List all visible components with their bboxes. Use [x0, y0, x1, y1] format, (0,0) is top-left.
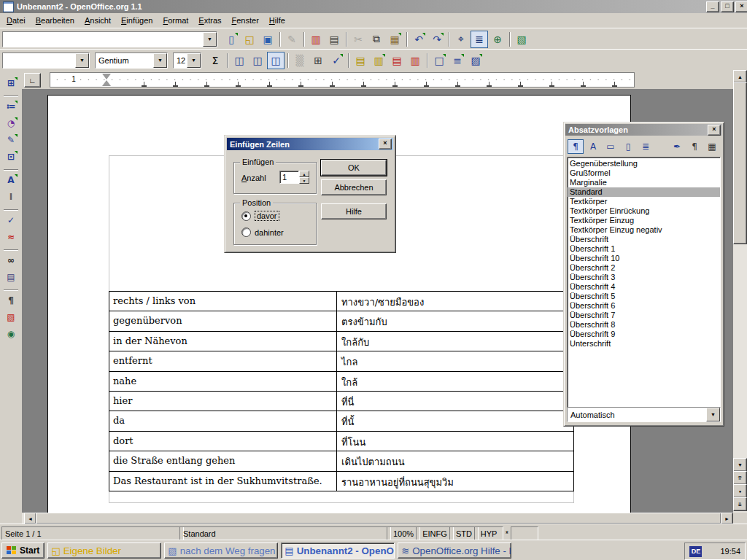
stylist-title-bar[interactable]: Absatzvorlagen ×: [565, 124, 722, 136]
table-cell-thai[interactable]: ที่นั้: [337, 411, 573, 430]
menu-item[interactable]: Fenster: [227, 14, 264, 27]
minimize-button[interactable]: _: [706, 1, 719, 12]
ruler-tab-stop[interactable]: [392, 82, 398, 87]
ruler-tab-stop[interactable]: [173, 82, 178, 87]
paste-button[interactable]: ▦: [386, 31, 403, 48]
davor-radio[interactable]: [241, 211, 251, 221]
ok-button[interactable]: OK: [321, 160, 387, 176]
first-line-indent-marker[interactable]: [102, 74, 111, 79]
table-cell-thai[interactable]: รานอาหานอยู่ที่ถนนสุขุมวิม: [337, 472, 573, 491]
insert-rows-dialog[interactable]: Einfügen Zeilen × Einfügen Anzahl 1 ▲ ▼ …: [224, 135, 396, 253]
save-button[interactable]: ▣: [259, 31, 276, 48]
previous-page-button[interactable]: ⇈: [733, 471, 747, 485]
help-button[interactable]: Hilfe: [321, 203, 387, 219]
table-cell-german[interactable]: da: [109, 411, 337, 430]
style-list-item[interactable]: Textkörper Einzug negativ: [568, 225, 720, 235]
border-color-button[interactable]: ▨: [467, 52, 484, 69]
spin-up-button[interactable]: ▲: [299, 171, 309, 177]
style-list-item[interactable]: Textkörper: [568, 197, 720, 206]
update-style-button[interactable]: ▦: [704, 139, 720, 154]
ruler-tab-stop[interactable]: [455, 82, 460, 87]
style-list-item[interactable]: Überschrift 2: [568, 263, 720, 273]
anzahl-value[interactable]: 1: [279, 171, 299, 184]
stylist-close-button[interactable]: ×: [708, 125, 721, 136]
menu-item[interactable]: Bearbeiten: [31, 14, 80, 27]
insert-graphics-button[interactable]: ▧: [513, 31, 530, 48]
style-list-item[interactable]: Überschrift 4: [568, 282, 720, 292]
maximize-button[interactable]: □: [721, 1, 734, 12]
next-page-button[interactable]: ⇊: [733, 497, 747, 511]
open-button[interactable]: ◱: [241, 31, 258, 48]
url-combobox[interactable]: ▼: [2, 31, 217, 47]
davor-radio-row[interactable]: davor: [241, 211, 279, 221]
style-filter-value[interactable]: Automatisch: [568, 408, 706, 421]
print-button[interactable]: ▤: [325, 31, 343, 48]
ruler-tab-stop[interactable]: [424, 82, 429, 87]
document-table[interactable]: rechts / links von ทางขวา/ซายมือของ gege…: [109, 291, 574, 491]
page-styles-button[interactable]: ▯: [620, 139, 636, 154]
start-button[interactable]: Start: [1, 542, 44, 559]
table-borders-button[interactable]: ⊞: [309, 52, 327, 69]
scroll-right-button[interactable]: ►: [721, 513, 733, 524]
redo-button[interactable]: ↷: [428, 31, 446, 48]
style-filter-combobox[interactable]: Automatisch ▼: [567, 407, 721, 422]
style-list-item[interactable]: Marginalie: [568, 178, 720, 187]
autospellcheck-button[interactable]: ≈: [2, 229, 20, 244]
font-name-value[interactable]: Gentium: [96, 53, 153, 68]
fill-format-button[interactable]: ✒: [669, 139, 685, 154]
insert-button[interactable]: ⊞: [2, 75, 20, 90]
task-writer-document[interactable]: ▤ Unbenannt2 - OpenOf...: [281, 542, 395, 559]
style-filter-dropdown-button[interactable]: ▼: [706, 408, 720, 421]
spellcheck-button[interactable]: ✓: [2, 212, 20, 228]
nonprinting-characters-button[interactable]: ¶: [2, 292, 20, 308]
font-name-combobox[interactable]: Gentium ▼: [95, 52, 168, 69]
ruler-tab-stop[interactable]: [204, 82, 209, 87]
navigation-button[interactable]: ●: [733, 484, 747, 498]
table-cell-german[interactable]: hier: [109, 392, 337, 411]
style-list-item[interactable]: Überschrift 7: [568, 311, 720, 320]
keyboard-layout-indicator[interactable]: DE: [689, 546, 702, 557]
anzahl-spinner[interactable]: 1 ▲ ▼: [279, 171, 309, 184]
direct-cursor-button[interactable]: I: [2, 189, 20, 204]
copy-button[interactable]: ⧉: [368, 31, 385, 48]
table-cell-thai[interactable]: ตรงข้ามกับ: [337, 311, 573, 330]
dahinter-radio-row[interactable]: dahinter: [241, 228, 284, 237]
table-cell-german[interactable]: rechts / links von: [109, 292, 337, 311]
dahinter-radio[interactable]: [241, 228, 251, 237]
dahinter-label[interactable]: dahinter: [255, 228, 284, 237]
font-name-dropdown-button[interactable]: ▼: [153, 53, 167, 68]
ruler-tab-stop[interactable]: [330, 82, 335, 87]
ruler-tab-stop[interactable]: [518, 82, 523, 87]
ruler-tab-stop[interactable]: [549, 82, 554, 87]
title-bar[interactable]: Unbenannt2 - OpenOffice.org 1.1 _ □ ×: [0, 0, 747, 13]
export-pdf-button[interactable]: ▥: [307, 31, 325, 48]
table-cell-thai[interactable]: ทางขวา/ซายมือของ: [337, 292, 573, 311]
style-list-item[interactable]: Überschrift 3: [568, 273, 720, 282]
style-list-item[interactable]: Überschrift 1: [568, 244, 720, 254]
undo-button[interactable]: ↶: [410, 31, 427, 48]
data-sources-button[interactable]: ▤: [2, 269, 20, 284]
insert-row-button[interactable]: ▤: [352, 52, 369, 69]
online-layout-button[interactable]: ◉: [2, 326, 20, 341]
cell-span-button[interactable]: ◫: [267, 52, 285, 69]
style-list-item[interactable]: Textkörper Einzug: [568, 216, 720, 225]
menu-item[interactable]: Hilfe: [264, 14, 290, 27]
style-list-item[interactable]: Überschrift 10: [568, 254, 720, 263]
task-eigene-bilder[interactable]: ◱ Eigene Bilder: [47, 542, 161, 559]
character-styles-button[interactable]: A: [585, 139, 601, 154]
font-size-combobox[interactable]: 12 ▼: [173, 52, 201, 69]
task-impress-document[interactable]: ▧ nach dem Weg fragen 2....: [164, 542, 278, 559]
ruler-tab-stop[interactable]: [267, 82, 272, 87]
style-list-item[interactable]: Gegenüberstellung: [568, 159, 720, 168]
ruler-tab-stop[interactable]: [612, 82, 617, 87]
ruler-tab-stop[interactable]: [142, 82, 147, 87]
style-list-item[interactable]: Überschrift 8: [568, 320, 720, 330]
stylist-button[interactable]: ≣: [471, 31, 488, 48]
table-cell-thai[interactable]: ใกล้: [337, 372, 573, 391]
table-cell-german[interactable]: gegenübervon: [109, 311, 337, 330]
autotext-button[interactable]: A: [2, 172, 20, 187]
menu-item[interactable]: Format: [158, 14, 193, 27]
paragraph-style-dropdown-button[interactable]: ▼: [75, 53, 89, 68]
style-list-item[interactable]: Überschrift 9: [568, 330, 720, 339]
left-indent-marker[interactable]: [102, 80, 111, 86]
